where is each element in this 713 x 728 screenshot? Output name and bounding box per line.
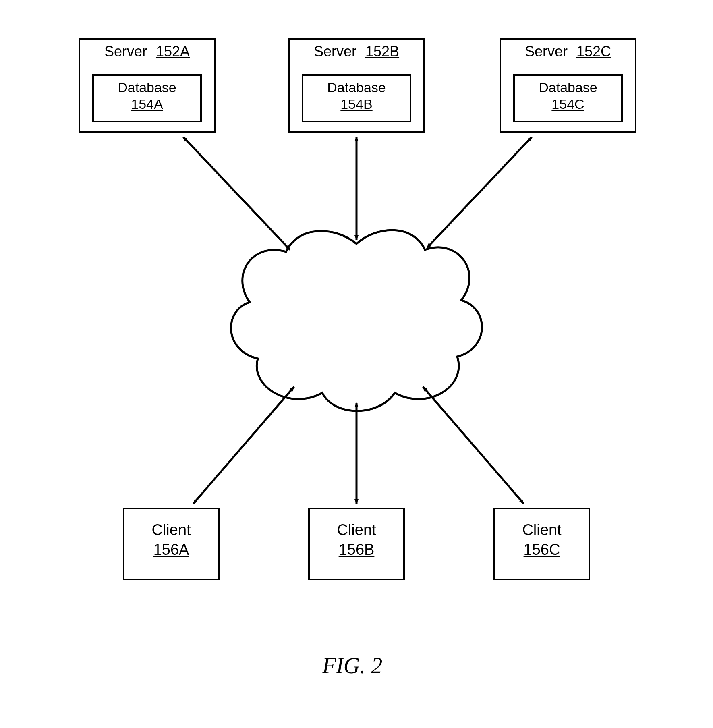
server-ref-b: 152B [365,43,399,60]
database-label-a: Database [94,80,200,95]
connector-server-a [183,137,290,250]
network-label-block: Network 150 [296,304,417,343]
database-ref-b: 154B [303,96,410,112]
connector-client-a [193,387,294,504]
server-label-b: Server [314,43,356,60]
database-ref-a: 154A [94,96,200,112]
diagram-canvas: Server 152A Database 154A Server 152B Da… [0,0,713,728]
server-label-c: Server [525,43,568,60]
database-box-b: Database 154B [302,74,411,122]
client-box-b: Client 156B [308,508,405,580]
server-ref-a: 152A [156,43,190,60]
client-box-a: Client 156A [123,508,220,580]
database-label-b: Database [303,80,410,95]
client-ref-c: 156C [495,541,589,558]
server-title-a: Server 152A [80,43,214,60]
server-title-b: Server 152B [290,43,423,60]
database-label-c: Database [515,80,621,95]
database-ref-c: 154C [515,96,621,112]
client-ref-b: 156B [310,541,403,558]
client-box-c: Client 156C [493,508,590,580]
server-box-a: Server 152A Database 154A [79,38,216,133]
server-title-c: Server 152C [501,43,635,60]
client-label-b: Client [310,521,403,539]
server-box-b: Server 152B Database 154B [288,38,425,133]
client-label-c: Client [495,521,589,539]
connector-client-c [423,387,524,504]
server-ref-c: 152C [576,43,611,60]
client-ref-a: 156A [124,541,218,558]
network-label: Network [327,304,386,322]
client-label-a: Client [124,521,218,539]
server-label-a: Server [104,43,147,60]
server-box-c: Server 152C Database 154C [500,38,636,133]
database-box-c: Database 154C [513,74,623,122]
connector-server-c [427,137,532,248]
figure-caption: FIG. 2 [322,653,382,678]
network-ref: 150 [296,325,417,343]
database-box-a: Database 154A [92,74,202,122]
